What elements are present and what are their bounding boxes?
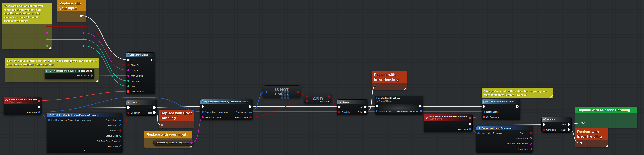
branch-node-3[interactable]: Branch True Condition False	[542, 117, 572, 132]
page-pin[interactable]	[127, 85, 130, 87]
branch-node-2[interactable]: Branch True Condition False	[337, 99, 368, 115]
list-notifications-completed-event-node[interactable]: ListNotificationsCompleted Custom Event …	[4, 97, 42, 115]
comment-error-handling-1[interactable]: Replace with Error Handling	[159, 110, 194, 128]
trigger-key-literal-node[interactable]: Successfully Invoked Trigger Key	[153, 140, 194, 146]
list-response-input-pin[interactable]	[48, 119, 50, 121]
condition-pin[interactable]	[338, 111, 340, 113]
add-pin-icon[interactable]: ⊕	[328, 100, 330, 103]
delegate-pin[interactable]	[38, 100, 40, 102]
and-in-pin-2[interactable]	[306, 100, 308, 102]
notifications-in-label: Notifications	[380, 110, 392, 113]
full-text-pin[interactable]	[119, 140, 122, 142]
true-exec-pin[interactable]	[568, 123, 570, 126]
comment-mark-read-note[interactable]: After you've handled the notification in…	[482, 88, 553, 98]
string-out-pin[interactable]	[190, 142, 192, 144]
success-pin[interactable]	[119, 130, 122, 132]
branch-node-1[interactable]: Branch True Condition False	[126, 100, 157, 116]
of-type-pin[interactable]	[127, 69, 130, 72]
handle-notifications-node[interactable]: Handle Notifications Collapsed Graph Not…	[375, 96, 423, 115]
resize-handle-icon[interactable]	[191, 125, 194, 128]
notifications-in-pin[interactable]	[376, 110, 378, 112]
on-complete-pin[interactable]	[127, 90, 130, 92]
comment-replace-input-top[interactable]: Replace with your input	[58, 0, 86, 22]
exec-in-pin[interactable]	[376, 105, 379, 107]
exec-in-pin[interactable]	[338, 106, 341, 108]
notifications-array-pin[interactable]	[119, 119, 122, 121]
resize-handle-icon[interactable]	[605, 144, 608, 147]
with-source-pin[interactable]	[127, 74, 130, 77]
response-pin[interactable]	[38, 111, 40, 114]
exec-out-pin[interactable]	[516, 105, 519, 108]
status-code-pin[interactable]	[530, 137, 532, 140]
notifications-response-pin[interactable]	[202, 111, 204, 113]
status-code-pin[interactable]	[119, 135, 122, 137]
resize-handle-icon[interactable]	[82, 19, 85, 22]
success-pin[interactable]	[530, 132, 532, 134]
return-value-pin[interactable]	[90, 74, 93, 76]
and-out-pin[interactable]	[328, 96, 330, 98]
resize-handle-icon[interactable]	[404, 87, 406, 90]
comment-error-handling-3[interactable]: Replace with Error Handling	[575, 128, 608, 147]
comment-error-handling-2[interactable]: Replace with Error Handling	[372, 72, 407, 90]
exec-out-pin[interactable]	[38, 106, 40, 108]
handled-notifications-pin[interactable]	[420, 110, 422, 112]
array-in-pin[interactable]	[265, 90, 267, 93]
response-input-pin[interactable]	[478, 132, 480, 134]
exec-out-pin[interactable]	[151, 58, 154, 61]
return-value-pin[interactable]	[249, 116, 252, 118]
false-exec-pin[interactable]	[568, 128, 570, 131]
per-page-pin[interactable]	[127, 80, 130, 82]
notifications-in-pin[interactable]	[483, 111, 485, 113]
get-notifications-source-node[interactable]: f Get Notifications Source Triggers Stri…	[44, 69, 94, 79]
resize-handle-icon[interactable]	[634, 125, 637, 128]
on-complete-pin[interactable]	[483, 116, 485, 118]
pagination-pin[interactable]	[119, 124, 122, 126]
notifications-response-label: Notifications Response	[205, 111, 228, 113]
resize-handle-icon[interactable]	[96, 79, 98, 82]
notifications-array-pin[interactable]	[249, 111, 252, 113]
exec-out-pin[interactable]	[419, 105, 422, 107]
reroute-bool	[83, 26, 84, 27]
and-in-pin-1[interactable]	[306, 96, 308, 98]
exec-in-pin[interactable]	[127, 106, 130, 109]
error-data-pin[interactable]	[119, 145, 122, 148]
response-pin[interactable]	[469, 128, 471, 130]
comment-success-handling[interactable]: Replace with Success Handling	[576, 106, 637, 128]
full-text-pin[interactable]	[530, 142, 532, 145]
exec-in-pin[interactable]	[202, 106, 204, 108]
true-exec-pin[interactable]	[364, 106, 367, 108]
exec-out-pin[interactable]	[469, 123, 471, 125]
error-data-pin[interactable]	[530, 148, 532, 150]
and-node[interactable]: AND Add pin ⊕	[304, 94, 332, 104]
blueprint-canvas[interactable]: These are additional filters you *can* u…	[0, 0, 644, 155]
delegate-pin[interactable]	[469, 117, 471, 119]
show-read-pin[interactable]	[127, 64, 130, 66]
identifying-value-pin[interactable]	[202, 116, 204, 118]
is-not-empty-node[interactable]: IS NOT EMPTY	[263, 85, 301, 98]
return-value-label: Return Value	[235, 116, 248, 118]
collapse-pins-icon[interactable]	[84, 150, 86, 152]
true-label: True	[148, 106, 152, 109]
return-value-label: Return Value	[76, 74, 90, 76]
condition-pin[interactable]	[127, 112, 130, 114]
true-exec-pin[interactable]	[153, 106, 156, 109]
node-title: Branch	[547, 118, 555, 121]
false-exec-pin[interactable]	[364, 111, 367, 114]
exec-in-pin[interactable]	[483, 105, 486, 108]
condition-pin[interactable]	[543, 129, 545, 131]
break-list-notifications-response-node[interactable]: Break LootLockerListNotificationsRespons…	[47, 113, 123, 153]
exec-in-pin[interactable]	[543, 123, 546, 126]
resize-handle-icon[interactable]	[48, 46, 51, 49]
mark-notifications-completed-event-node[interactable]: MarkNotificationsAsReadCompleted Custom …	[424, 114, 472, 132]
comment-filters-note[interactable]: These are additional filters you *can* u…	[2, 3, 52, 49]
bool-out-pin[interactable]	[297, 91, 299, 93]
break-lootlocker-response-node[interactable]: Break LootLockerResponse Loot Locker Res…	[476, 126, 533, 153]
false-exec-pin[interactable]	[153, 112, 156, 114]
try-get-notifications-node[interactable]: f Try Get Notifications by Identifying V…	[200, 99, 253, 120]
exec-out-pin[interactable]	[249, 106, 252, 108]
mark-notifications-as-read-node[interactable]: f Mark Notifications as Read Notificatio…	[482, 99, 520, 120]
node-title: Mark Notifications as Read	[486, 100, 514, 103]
list-notifications-node[interactable]: f List Notifications Show Read Of Type W…	[126, 52, 155, 94]
exec-in-pin[interactable]	[127, 58, 130, 61]
node-subtitle: Collapsed Graph	[376, 100, 400, 102]
